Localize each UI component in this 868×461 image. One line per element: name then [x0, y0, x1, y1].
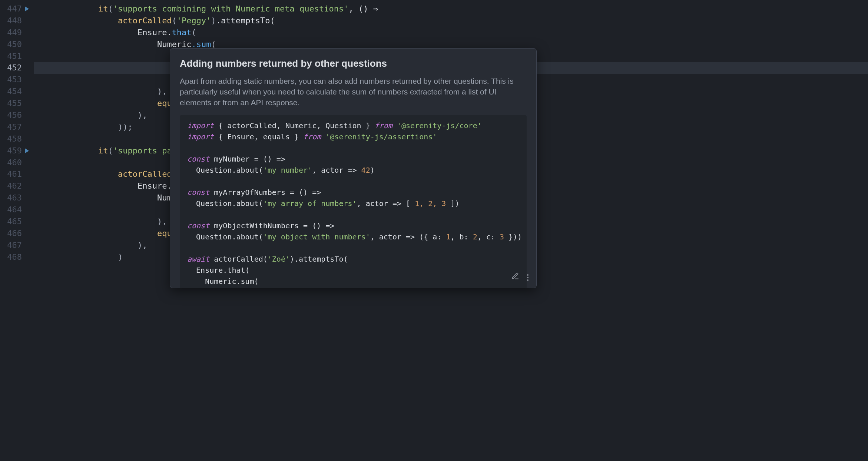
- line-number: 448: [7, 15, 22, 27]
- line-number: 466: [7, 228, 22, 239]
- hover-description: Apart from adding static numbers, you ca…: [180, 76, 527, 108]
- gutter-line[interactable]: 450: [0, 39, 31, 50]
- line-number: 461: [7, 168, 22, 180]
- line-number: 468: [7, 251, 22, 263]
- line-number: 458: [7, 133, 22, 145]
- line-number: 465: [7, 216, 22, 228]
- gutter-line[interactable]: 459: [0, 145, 31, 157]
- gutter-line[interactable]: 447: [0, 3, 31, 15]
- line-number: 457: [7, 121, 22, 133]
- code-sample-line: Ensure.that(: [187, 265, 519, 276]
- code-sample-line: [187, 209, 519, 220]
- line-number: 449: [7, 27, 22, 39]
- gutter-line[interactable]: 449: [0, 27, 31, 39]
- code-sample-line: Numeric.sum(: [187, 276, 519, 287]
- code-sample-line: await actorCalled('Zoé').attemptsTo(: [187, 253, 519, 265]
- code-line[interactable]: actorCalled('Peggy').attemptsTo(: [34, 15, 868, 27]
- gutter-line[interactable]: 468: [0, 251, 31, 263]
- line-number: 450: [7, 39, 22, 50]
- line-number: 455: [7, 97, 22, 109]
- code-sample-line: Question.about('my object with numbers',…: [187, 231, 519, 242]
- code-sample-line: const myArrayOfNumbers = () =>: [187, 187, 519, 198]
- line-number: 463: [7, 192, 22, 204]
- code-line[interactable]: Ensure.that(: [34, 27, 868, 39]
- gutter-line[interactable]: 464: [0, 204, 31, 216]
- code-sample-line: [187, 142, 519, 153]
- code-sample-line: myNumber(), // a question returning a nu…: [187, 287, 519, 288]
- gutter-line[interactable]: 467: [0, 239, 31, 251]
- gutter-line[interactable]: 454: [0, 86, 31, 97]
- gutter-line[interactable]: 456: [0, 109, 31, 121]
- line-number: 454: [7, 86, 22, 97]
- line-number: 453: [7, 74, 22, 86]
- gutter-line[interactable]: 455: [0, 97, 31, 109]
- gutter-line[interactable]: 451: [0, 50, 31, 62]
- code-sample-line: Question.about('my number', actor => 42): [187, 165, 519, 176]
- code-line[interactable]: it('supports combining with Numeric meta…: [34, 3, 868, 15]
- run-icon[interactable]: [25, 148, 29, 153]
- line-number: 451: [7, 50, 22, 62]
- gutter-line[interactable]: 465: [0, 216, 31, 228]
- hover-actions: [511, 272, 530, 283]
- gutter-line[interactable]: 458: [0, 133, 31, 145]
- code-sample-line: import { Ensure, equals } from '@serenit…: [187, 131, 519, 142]
- code-sample-line: [187, 176, 519, 187]
- line-number: 447: [7, 3, 22, 15]
- line-number: 452: [7, 62, 22, 74]
- code-sample-line: Question.about('my array of numbers', ac…: [187, 198, 519, 209]
- line-number: 459: [7, 145, 22, 157]
- gutter-line[interactable]: 462: [0, 180, 31, 192]
- code-sample-line: import { actorCalled, Numeric, Question …: [187, 120, 519, 131]
- hover-title: Adding numbers returned by other questio…: [180, 57, 527, 71]
- gutter-line[interactable]: 461: [0, 168, 31, 180]
- line-number: 456: [7, 109, 22, 121]
- gutter-line[interactable]: 453: [0, 74, 31, 86]
- more-icon[interactable]: [525, 274, 530, 281]
- line-number: 464: [7, 204, 22, 216]
- line-number: 462: [7, 180, 22, 192]
- gutter-line[interactable]: 460: [0, 157, 31, 169]
- gutter-line[interactable]: 466: [0, 228, 31, 239]
- line-number: 467: [7, 239, 22, 251]
- gutter-line[interactable]: 448: [0, 15, 31, 27]
- documentation-hover-popup[interactable]: Adding numbers returned by other questio…: [170, 48, 537, 288]
- code-sample-line: [187, 242, 519, 253]
- gutter-line[interactable]: 457: [0, 121, 31, 133]
- gutter-line[interactable]: 452: [0, 62, 31, 74]
- gutter: 4474484494504514524534544554564574584594…: [0, 0, 34, 461]
- code-sample-line: const myNumber = () =>: [187, 153, 519, 165]
- hover-code-sample: import { actorCalled, Numeric, Question …: [180, 115, 527, 288]
- run-icon[interactable]: [25, 6, 29, 11]
- line-number: 460: [7, 157, 22, 169]
- code-sample-line: const myObjectWithNumbers = () =>: [187, 220, 519, 231]
- edit-icon[interactable]: [511, 272, 519, 283]
- gutter-line[interactable]: 463: [0, 192, 31, 204]
